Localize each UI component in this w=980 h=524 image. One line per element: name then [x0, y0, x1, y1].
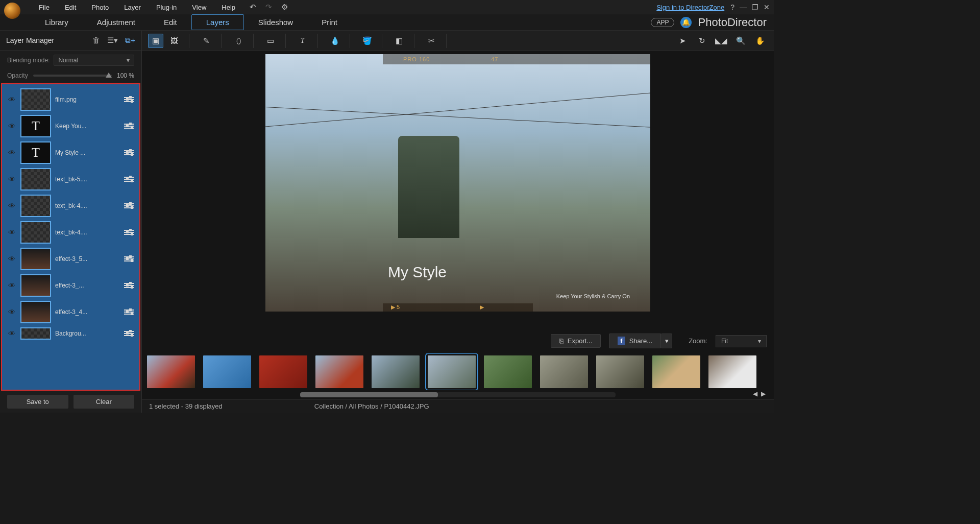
layer-row[interactable]: 👁Backgrou...	[5, 325, 136, 342]
layer-thumbnail[interactable]	[20, 221, 51, 244]
visibility-eye-icon[interactable]: 👁	[7, 202, 16, 210]
visibility-eye-icon[interactable]: 👁	[7, 281, 16, 290]
menu-edit[interactable]: Edit	[65, 4, 76, 11]
menu-plugin[interactable]: Plug-in	[156, 4, 177, 11]
layer-thumbnail[interactable]	[20, 248, 51, 270]
layer-thumbnail[interactable]: T	[20, 141, 51, 164]
tab-library[interactable]: Library	[31, 15, 83, 30]
notification-bell-icon[interactable]: 🔔	[680, 17, 692, 28]
menu-view[interactable]: View	[192, 4, 206, 11]
brush-tool-icon[interactable]: ✎	[199, 34, 214, 48]
visibility-eye-icon[interactable]: 👁	[7, 255, 16, 263]
visibility-eye-icon[interactable]: 👁	[7, 122, 16, 130]
share-button[interactable]: f Share...	[609, 334, 661, 348]
tab-slideshow[interactable]: Slideshow	[244, 15, 307, 30]
layer-settings-icon[interactable]	[124, 122, 134, 130]
visibility-eye-icon[interactable]: 👁	[7, 308, 16, 316]
filmstrip-thumb[interactable]	[484, 355, 532, 388]
shape-tool-icon[interactable]: ▭	[263, 34, 278, 48]
menu-file[interactable]: File	[39, 4, 50, 11]
visibility-eye-icon[interactable]: 👁	[7, 228, 16, 236]
pointer-icon[interactable]: ➤	[675, 34, 690, 48]
adjustment-tool-icon[interactable]: ✂	[424, 34, 439, 48]
filmstrip-thumb[interactable]	[259, 355, 307, 388]
layer-row[interactable]: 👁text_bk-4....	[5, 219, 136, 246]
blending-mode-select[interactable]: Normal ▾	[54, 55, 134, 66]
layer-settings-icon[interactable]	[124, 255, 134, 263]
tab-layers[interactable]: Layers	[191, 14, 244, 30]
layer-settings-icon[interactable]	[124, 175, 134, 183]
layer-row[interactable]: 👁TKeep You...	[5, 113, 136, 139]
filmstrip[interactable]	[147, 353, 769, 390]
save-to-button[interactable]: Save to	[7, 395, 68, 409]
layer-settings-icon[interactable]	[124, 329, 134, 338]
redo-icon[interactable]: ↷	[265, 3, 272, 12]
settings-gear-icon[interactable]: ⚙	[281, 3, 288, 12]
canvas[interactable]: PRO 160 47 My Style Keep Your Stylish & …	[265, 54, 650, 312]
layers-list[interactable]: 👁film.png👁TKeep You...👁TMy Style ...👁tex…	[2, 84, 139, 390]
filmstrip-thumb[interactable]	[315, 355, 363, 388]
help-icon[interactable]: ?	[730, 3, 734, 11]
pan-icon[interactable]: ✋	[752, 34, 768, 48]
layer-thumbnail[interactable]: T	[20, 115, 51, 137]
minimize-icon[interactable]: —	[740, 3, 747, 11]
filmstrip-scrollbar[interactable]	[300, 392, 616, 397]
layer-settings-icon[interactable]	[124, 228, 134, 236]
filmstrip-thumb-selected[interactable]	[428, 355, 476, 388]
layer-settings-icon[interactable]	[124, 96, 134, 104]
layer-thumbnail[interactable]	[20, 195, 51, 217]
visibility-eye-icon[interactable]: 👁	[7, 329, 16, 338]
tab-print[interactable]: Print	[307, 15, 352, 30]
delete-layer-icon[interactable]: 🗑	[92, 36, 100, 45]
layer-row[interactable]: 👁effect-3_5...	[5, 246, 136, 272]
flip-icon[interactable]: ◣◢	[714, 34, 729, 48]
filmstrip-thumb[interactable]	[203, 355, 251, 388]
layer-thumbnail[interactable]	[20, 327, 51, 340]
layer-thumbnail[interactable]	[20, 168, 51, 190]
layer-row[interactable]: 👁text_bk-5....	[5, 166, 136, 193]
filmstrip-thumb[interactable]	[596, 355, 644, 388]
filmstrip-thumb[interactable]	[372, 355, 420, 388]
layer-thumbnail[interactable]	[20, 301, 51, 323]
layer-row[interactable]: 👁effect-3_4...	[5, 299, 136, 325]
maximize-icon[interactable]: ❐	[752, 3, 758, 11]
layer-row[interactable]: 👁text_bk-4....	[5, 193, 136, 219]
layer-row[interactable]: 👁TMy Style ...	[5, 139, 136, 166]
undo-icon[interactable]: ↶	[250, 3, 256, 12]
close-icon[interactable]: ✕	[764, 3, 770, 11]
filmstrip-thumb[interactable]	[652, 355, 700, 388]
layer-thumbnail[interactable]	[20, 88, 51, 111]
export-button[interactable]: ⎘ Export...	[551, 334, 601, 348]
image-tool-icon[interactable]: 🖼	[166, 34, 182, 48]
filmstrip-thumb[interactable]	[540, 355, 588, 388]
layer-settings-icon[interactable]	[124, 149, 134, 157]
zoom-select[interactable]: Fit ▾	[716, 335, 767, 347]
clear-button[interactable]: Clear	[74, 395, 135, 409]
fill-tool-icon[interactable]: 🪣	[359, 34, 375, 48]
signin-link[interactable]: Sign in to DirectorZone	[656, 4, 724, 11]
layer-menu-icon[interactable]: ☰▾	[107, 36, 118, 45]
filmstrip-thumb[interactable]	[147, 355, 195, 388]
tab-edit[interactable]: Edit	[150, 15, 191, 30]
blur-tool-icon[interactable]: 💧	[327, 34, 342, 48]
gradient-tool-icon[interactable]: ◧	[391, 34, 407, 48]
share-dropdown[interactable]: ▾	[661, 334, 672, 348]
layer-row[interactable]: 👁film.png	[5, 86, 136, 113]
menu-layer[interactable]: Layer	[124, 4, 141, 11]
visibility-eye-icon[interactable]: 👁	[7, 96, 16, 104]
opacity-slider[interactable]	[33, 75, 112, 77]
select-tool-icon[interactable]: ▣	[148, 34, 163, 48]
layer-settings-icon[interactable]	[124, 281, 134, 290]
layer-settings-icon[interactable]	[124, 308, 134, 316]
app-badge[interactable]: APP	[651, 18, 674, 27]
eraser-tool-icon[interactable]: ⬯	[231, 34, 246, 48]
layer-thumbnail[interactable]	[20, 274, 51, 297]
visibility-eye-icon[interactable]: 👁	[7, 149, 16, 157]
menu-photo[interactable]: Photo	[91, 4, 109, 11]
layer-row[interactable]: 👁effect-3_...	[5, 272, 136, 299]
text-tool-icon[interactable]: T	[295, 34, 310, 48]
filmstrip-nav[interactable]: ◀ ▶	[753, 390, 767, 397]
add-layer-icon[interactable]: ⧉+	[125, 36, 135, 45]
rotate-icon[interactable]: ↻	[694, 34, 709, 48]
visibility-eye-icon[interactable]: 👁	[7, 175, 16, 183]
